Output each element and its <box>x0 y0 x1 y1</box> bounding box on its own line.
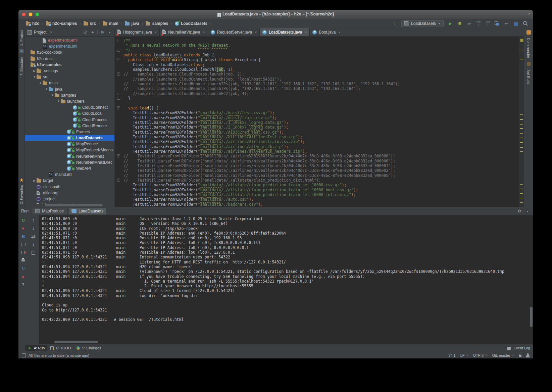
zoom-window-icon[interactable] <box>35 12 39 16</box>
warning-mark-icon[interactable] <box>520 189 523 189</box>
tool-window-button-changes[interactable]: 9: Changes <box>73 345 104 351</box>
breadcrumb-item[interactable]: main <box>102 21 119 26</box>
breadcrumb-item[interactable]: h2o <box>25 21 40 26</box>
fold-open-icon[interactable]: − <box>117 154 120 157</box>
expanded-arrow-icon[interactable]: ▼ <box>32 76 37 79</box>
warning-mark-icon[interactable] <box>520 124 523 125</box>
tree-item[interactable]: ▼samples <box>25 92 114 98</box>
warning-mark-icon[interactable] <box>520 138 523 138</box>
run-tab[interactable]: LoadDatasets <box>69 208 106 214</box>
tree-item[interactable]: CloudRemote <box>25 123 114 129</box>
project-horizontal-scrollbar[interactable] <box>25 204 114 207</box>
vcs-update-icon[interactable] <box>474 20 483 27</box>
tree-item[interactable]: MapReduceKMeans <box>25 147 114 153</box>
breadcrumb-item[interactable]: samples <box>145 21 169 26</box>
warning-mark-icon[interactable] <box>520 50 523 50</box>
tree-item[interactable]: .classpath <box>25 184 114 190</box>
locate-icon[interactable] <box>83 30 88 35</box>
tree-item[interactable]: h2o-cookbook <box>25 49 114 55</box>
toggle-toolwindows-icon[interactable] <box>22 353 26 357</box>
run-tab[interactable]: MapReduce <box>32 208 67 214</box>
exit-icon[interactable] <box>19 249 27 256</box>
hide-icon[interactable] <box>525 208 530 214</box>
clear-all-icon[interactable] <box>29 249 37 256</box>
tree-item[interactable]: ▼java <box>25 86 114 92</box>
project-structure-icon[interactable] <box>512 20 520 27</box>
fold-open-icon[interactable]: − <box>117 72 120 76</box>
warning-mark-icon[interactable] <box>520 133 523 134</box>
tree-item[interactable]: LoadDatasets <box>25 135 114 141</box>
update-project-icon[interactable] <box>391 20 399 27</box>
tree-item[interactable]: ▶.settings <box>25 68 114 74</box>
expanded-arrow-icon[interactable]: ▼ <box>56 100 61 103</box>
undo-button-icon[interactable] <box>503 20 511 27</box>
project-tree[interactable]: experiments.emlexperiments.imlh2o-cookbo… <box>25 37 114 204</box>
warning-mark-icon[interactable] <box>520 114 523 115</box>
show-console-icon[interactable] <box>19 241 27 248</box>
tree-item[interactable]: .project <box>25 196 114 202</box>
warning-mark-icon[interactable] <box>520 142 523 143</box>
caret-position[interactable]: 34:1 <box>448 353 455 357</box>
fold-close-icon[interactable]: ⌐ <box>117 179 120 182</box>
editor-tab[interactable]: LoadDatasets.java× <box>260 28 310 36</box>
tool-button-ant-build[interactable]: Ant Build <box>526 69 531 84</box>
close-tab-icon[interactable]: × <box>155 31 157 34</box>
tree-item[interactable]: main3.iml <box>25 172 114 178</box>
scroll-end-icon[interactable] <box>29 241 37 248</box>
editor-tab[interactable]: RequestServer.java× <box>208 28 260 36</box>
tree-item[interactable]: CloudConnect <box>25 104 114 110</box>
tree-item[interactable]: NeuralNetMnistDrec <box>25 159 114 165</box>
tree-item[interactable]: ▼main <box>25 80 114 86</box>
code-editor[interactable]: −⌐−−⌐⌐−−⌐ /** * Runs a neural network on… <box>115 37 519 207</box>
tree-item[interactable]: ▼launchers <box>25 98 114 104</box>
coverage-button-icon[interactable] <box>465 20 473 27</box>
warning-mark-icon[interactable] <box>520 151 523 152</box>
ant-build-icon[interactable] <box>526 62 531 66</box>
expanded-arrow-icon[interactable]: ▼ <box>44 88 49 91</box>
breadcrumb-item[interactable]: h2o-samples <box>45 21 78 26</box>
tree-item[interactable]: ▼src <box>25 74 114 80</box>
close-icon[interactable] <box>19 273 27 280</box>
fold-open-icon[interactable]: − <box>117 106 120 109</box>
tree-item[interactable]: Frames <box>25 129 114 135</box>
event-log-button[interactable]: Event Log <box>507 346 530 350</box>
project-view-selector[interactable]: Project ▼ <box>27 30 52 35</box>
tool-window-button-todo[interactable]: 6: TODO <box>47 345 73 351</box>
gear-icon[interactable] <box>517 208 522 214</box>
print-icon[interactable] <box>19 257 27 264</box>
tree-item[interactable]: .gitignore <box>25 190 114 196</box>
minimize-window-icon[interactable] <box>29 12 33 16</box>
close-tab-icon[interactable]: × <box>203 31 205 34</box>
breadcrumb-item[interactable]: src <box>83 21 97 26</box>
stop-icon[interactable] <box>19 225 27 232</box>
run-configuration-selector[interactable]: LoadDatasets▼ <box>401 20 444 27</box>
inspection-indicator-icon[interactable] <box>520 39 523 42</box>
run-button-icon[interactable] <box>446 20 454 27</box>
tree-item[interactable]: NeuralNetMnist <box>25 153 114 159</box>
run-console[interactable]: 02:41:51.069 :0 main Java version: Java … <box>39 215 533 344</box>
rerun-icon[interactable] <box>19 216 27 224</box>
tree-item[interactable]: CloudLocal <box>25 110 114 116</box>
tree-item[interactable]: h2o-docs <box>25 56 114 62</box>
breadcrumb-item[interactable]: java <box>124 21 140 26</box>
soft-wraps-icon[interactable] <box>29 233 37 240</box>
fold-open-icon[interactable]: − <box>117 58 120 61</box>
restore-layout-icon[interactable] <box>19 265 27 272</box>
pause-output-icon[interactable] <box>19 233 27 240</box>
fold-close-icon[interactable]: ⌐ <box>117 49 120 52</box>
breadcrumb-item[interactable]: LoadDatasets <box>174 21 208 26</box>
expanded-arrow-icon[interactable]: ▼ <box>50 94 55 97</box>
tool-button-structure[interactable]: 7: Structure <box>19 57 23 76</box>
changes-view-icon[interactable] <box>493 20 501 27</box>
down-stack-icon[interactable] <box>29 225 37 232</box>
scrollbar-thumb[interactable] <box>54 341 98 343</box>
editor-tab[interactable]: NeuralNetViz.java× <box>160 28 208 36</box>
warning-mark-icon[interactable] <box>520 119 523 120</box>
console-vertical-scrollbar[interactable] <box>529 215 533 340</box>
tree-item[interactable]: experiments.iml <box>25 43 114 49</box>
help-icon[interactable] <box>19 281 27 288</box>
fold-open-icon[interactable]: − <box>117 39 120 42</box>
collapsed-arrow-icon[interactable]: ▶ <box>32 179 37 182</box>
fold-close-icon[interactable]: ⌐ <box>117 92 120 95</box>
line-ending-selector[interactable]: LF <box>460 353 465 357</box>
